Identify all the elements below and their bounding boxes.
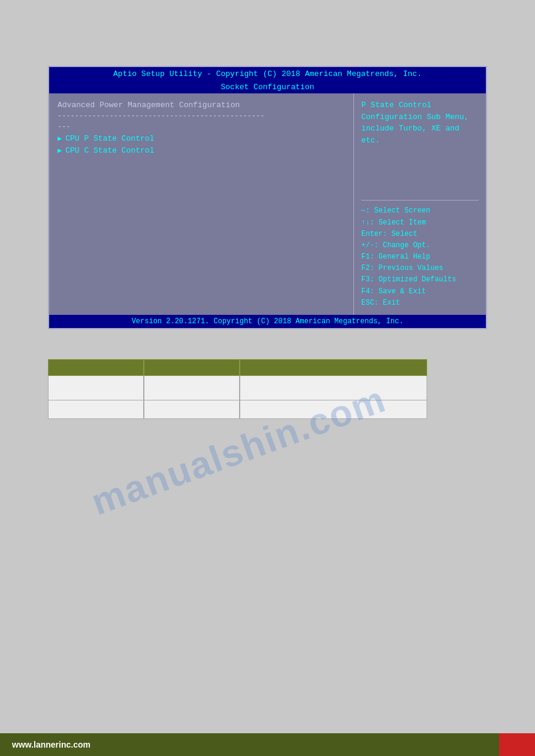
- table-body-row-2: [48, 400, 427, 419]
- table-body-row-1: [48, 376, 427, 400]
- help-line4: etc.: [361, 136, 380, 145]
- table-cell-1-3: [240, 376, 427, 400]
- bios-footer-text: Version 2.20.1271. Copyright (C) 2018 Am…: [132, 317, 404, 326]
- key-f4: F4: Save & Exit: [361, 286, 479, 297]
- help-line1: P State Control: [361, 101, 431, 110]
- help-line2: Configuration Sub Menu,: [361, 113, 468, 122]
- table-header-col3: [240, 359, 427, 376]
- key-change-opt: +/-: Change Opt.: [361, 240, 479, 251]
- table-cell-1-1: [48, 376, 144, 400]
- bios-subtitle-text: Socket Configuration: [220, 83, 314, 92]
- bios-title-bar: Aptio Setup Utility - Copyright (C) 2018…: [49, 67, 486, 81]
- table-header-col2: [144, 359, 240, 376]
- menu-item-label-cpu-p-state: CPU P State Control: [65, 134, 154, 143]
- arrow-icon-p-state: ▶: [58, 134, 62, 143]
- table-cell-2-3: [240, 400, 427, 418]
- key-enter: Enter: Select: [361, 229, 479, 240]
- table-cell-1-2: [144, 376, 240, 400]
- site-footer-url: www.lannerinc.com: [12, 740, 90, 749]
- help-divider: [361, 200, 479, 201]
- table-cell-2-1: [48, 400, 144, 418]
- key-select-screen: ↔: Select Screen: [361, 205, 479, 217]
- menu-item-label-cpu-c-state: CPU C State Control: [65, 146, 154, 155]
- key-f1: F1: General Help: [361, 251, 479, 263]
- menu-item-cpu-p-state[interactable]: ▶ CPU P State Control: [58, 134, 345, 143]
- bios-title-text: Aptio Setup Utility - Copyright (C) 2018…: [113, 69, 422, 78]
- key-f3: F3: Optimized Defaults: [361, 274, 479, 286]
- bios-screen: Aptio Setup Utility - Copyright (C) 2018…: [48, 66, 487, 329]
- table-cell-2-2: [144, 400, 240, 418]
- key-f2: F2: Previous Values: [361, 263, 479, 274]
- dashes-line: ---: [58, 123, 345, 131]
- bios-left-panel: Advanced Power Management Configuration …: [49, 93, 354, 315]
- bios-footer: Version 2.20.1271. Copyright (C) 2018 Am…: [49, 315, 486, 328]
- section-title: Advanced Power Management Configuration: [58, 101, 345, 110]
- bios-help-text: P State Control Configuration Sub Menu, …: [361, 99, 479, 195]
- separator-line: ----------------------------------------…: [58, 112, 345, 120]
- key-esc: ESC: Exit: [361, 297, 479, 309]
- arrow-icon-c-state: ▶: [58, 146, 62, 155]
- site-footer: www.lannerinc.com: [0, 733, 535, 756]
- table-header-col1: [48, 359, 144, 376]
- table-section: [48, 359, 427, 419]
- help-line3: include Turbo, XE and: [361, 124, 460, 133]
- footer-accent: [499, 733, 535, 756]
- key-select-item: ↑↓: Select Item: [361, 217, 479, 229]
- bios-subtitle-bar: Socket Configuration: [49, 81, 486, 93]
- bios-main-area: Advanced Power Management Configuration …: [49, 93, 486, 315]
- table-header-row: [48, 359, 427, 376]
- menu-item-cpu-c-state[interactable]: ▶ CPU C State Control: [58, 146, 345, 155]
- bios-key-legend: ↔: Select Screen ↑↓: Select Item Enter: …: [361, 205, 479, 309]
- bios-right-panel: P State Control Configuration Sub Menu, …: [354, 93, 486, 315]
